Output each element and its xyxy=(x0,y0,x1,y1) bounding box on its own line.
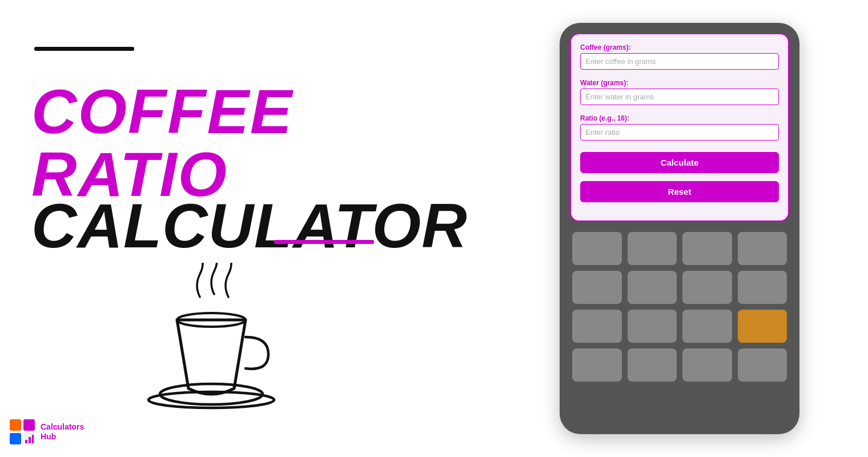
svg-rect-7 xyxy=(25,440,27,443)
key-13[interactable] xyxy=(628,348,677,382)
key-10[interactable] xyxy=(628,310,677,343)
svg-rect-5 xyxy=(10,433,21,444)
calculate-button[interactable]: Calculate xyxy=(580,152,779,173)
svg-rect-9 xyxy=(32,435,34,443)
key-1[interactable] xyxy=(572,232,622,265)
coffee-label: Coffee (grams): xyxy=(580,43,779,51)
calculator-screen: Coffee (grams): Water (grams): Ratio (e.… xyxy=(570,33,789,222)
key-orange[interactable] xyxy=(738,310,787,343)
calculator-body: Coffee (grams): Water (grams): Ratio (e.… xyxy=(560,23,799,434)
svg-rect-4 xyxy=(23,419,35,431)
ratio-label: Ratio (e.g., 16): xyxy=(580,114,779,122)
right-section: Coffee (grams): Water (grams): Ratio (e.… xyxy=(491,0,868,457)
water-label: Water (grams): xyxy=(580,79,779,87)
bottom-purple-line xyxy=(274,240,374,244)
svg-rect-3 xyxy=(10,419,21,431)
coffee-field-group: Coffee (grams): xyxy=(580,43,779,70)
key-9[interactable] xyxy=(572,310,622,343)
logo-text: Calculators Hub xyxy=(41,422,84,442)
key-6[interactable] xyxy=(628,271,677,304)
key-7[interactable] xyxy=(682,271,732,304)
key-2[interactable] xyxy=(628,232,677,265)
logo: Calculators Hub xyxy=(9,418,84,446)
title-coffee-ratio: COFFEE RATIO xyxy=(31,80,491,206)
left-section: COFFEE RATIO CALCULATOR xyxy=(0,0,491,457)
water-input[interactable] xyxy=(580,89,779,105)
logo-icon xyxy=(9,418,36,446)
key-4[interactable] xyxy=(738,232,787,265)
svg-rect-8 xyxy=(29,437,31,443)
key-12[interactable] xyxy=(572,348,622,382)
coffee-input[interactable] xyxy=(580,53,779,70)
key-11[interactable] xyxy=(682,310,732,343)
ratio-input[interactable] xyxy=(580,124,779,141)
key-8[interactable] xyxy=(738,271,787,304)
coffee-cup-illustration xyxy=(131,263,291,423)
ratio-field-group: Ratio (e.g., 16): xyxy=(580,114,779,141)
top-black-line xyxy=(34,47,134,51)
key-5[interactable] xyxy=(572,271,622,304)
keypad xyxy=(570,230,789,384)
reset-button[interactable]: Reset xyxy=(580,181,779,202)
water-field-group: Water (grams): xyxy=(580,79,779,105)
key-14[interactable] xyxy=(682,348,732,382)
key-15[interactable] xyxy=(738,348,787,382)
title-calculator: CALCULATOR xyxy=(31,194,468,257)
key-3[interactable] xyxy=(682,232,732,265)
